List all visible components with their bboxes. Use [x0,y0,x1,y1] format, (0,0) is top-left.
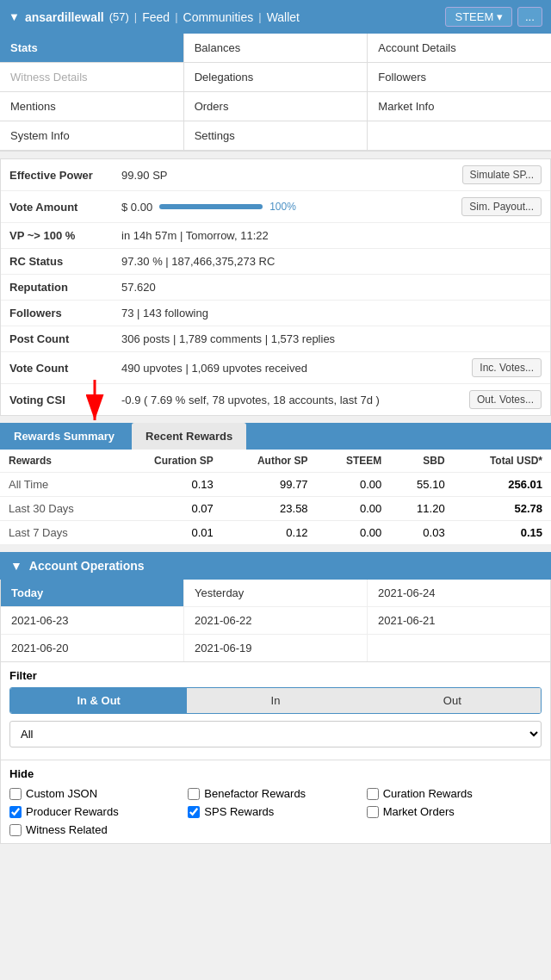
nav-system-info[interactable]: System Info [0,121,184,150]
sim-payout-button[interactable]: Sim. Payout... [461,197,542,216]
label-vote-amount: Vote Amount [9,201,121,214]
simulate-sp-button[interactable]: Simulate SP... [462,165,542,184]
sep2: | [175,10,177,23]
nav-orders[interactable]: Orders [184,92,368,121]
filter-select[interactable]: All Transfers Rewards Staking Other [9,721,542,747]
top-nav: ▼ ansardillewall (57) | Feed | Communiti… [0,0,551,34]
col-steem: STEEM [317,450,391,473]
hide-label-witness-related: Witness Related [26,823,108,836]
ops-date-2021-06-22[interactable]: 2021-06-22 [184,607,368,634]
ops-date-2021-06-20[interactable]: 2021-06-20 [1,635,184,661]
vote-bar-wrap: $ 0.00 100% [121,201,461,214]
action-inc-votes[interactable]: Inc. Votes... [472,358,542,377]
dropdown-icon[interactable]: ▼ [9,10,20,23]
hide-label: Hide [9,767,542,780]
action-out-votes[interactable]: Out. Votes... [469,390,542,409]
ops-date-2021-06-21[interactable]: 2021-06-21 [368,607,550,634]
hide-label-benefactor-rewards: Benefactor Rewards [204,787,306,800]
hide-checkbox-sps-rewards[interactable] [188,806,200,818]
rewards-sbd-alltime: 55.10 [390,473,453,497]
hide-label-producer-rewards: Producer Rewards [26,805,119,818]
out-votes-button[interactable]: Out. Votes... [469,390,542,409]
hide-checkbox-market-orders[interactable] [367,806,379,818]
filter-buttons: In & Out In Out [9,687,542,714]
nav-balances[interactable]: Balances [184,34,368,62]
label-post-count: Post Count [9,332,121,345]
nav-market-info[interactable]: Market Info [368,92,551,121]
ops-date-yesterday[interactable]: Yesterday [184,580,368,606]
more-options-button[interactable]: ... [517,7,542,27]
value-post-count: 306 posts | 1,789 comments | 1,573 repli… [121,332,542,345]
nav-followers[interactable]: Followers [368,63,551,91]
vote-pct: 100% [269,201,296,213]
hide-checkbox-curation-rewards[interactable] [367,788,379,800]
rewards-row-7days: Last 7 Days 0.01 0.12 0.00 0.03 0.15 [0,521,551,545]
nav-mentions[interactable]: Mentions [0,92,184,121]
hide-checkbox-custom-json[interactable] [9,788,22,800]
nav-link-wallet[interactable]: Wallet [267,10,300,24]
hide-item-custom-json[interactable]: Custom JSON [9,787,184,800]
hide-checkbox-benefactor-rewards[interactable] [188,788,200,800]
rewards-table: Rewards Curation SP Author SP STEEM SBD … [0,450,551,545]
value-followers: 73 | 143 following [121,307,542,319]
filter-in-button[interactable]: In [187,688,363,713]
col-total-usd: Total USD* [454,450,551,473]
stats-row-vote-count: Vote Count 490 upvotes | 1,069 upvotes r… [1,352,550,384]
tab-rewards-summary[interactable]: Rewards Summary [0,423,128,450]
value-rc: 97.30 % | 187,466,375,273 RC [121,255,542,268]
hide-checkbox-witness-related[interactable] [9,824,22,836]
hide-checkbox-producer-rewards[interactable] [9,806,22,818]
hide-item-witness-related[interactable]: Witness Related [9,823,184,836]
rewards-usd-30days: 52.78 [454,497,551,521]
nav-link-communities[interactable]: Communities [183,10,254,24]
rewards-label-7days: Last 7 Days [0,521,115,545]
ops-date-2021-06-19[interactable]: 2021-06-19 [184,635,368,661]
nav-witness-details: Witness Details [0,63,184,91]
nav-stats[interactable]: Stats [0,34,184,62]
nav-right: STEEM ▾ ... [445,7,542,27]
label-rc: RC Status [9,255,121,268]
label-vp: VP ~> 100 % [9,229,121,242]
rewards-usd-7days: 0.15 [454,521,551,545]
filter-section: Filter In & Out In Out All Transfers Rew… [0,662,551,760]
value-voting-csi: -0.9 ( 7.69 % self, 78 upvotes, 18 accou… [121,394,469,406]
ops-title: Account Operations [29,559,145,573]
nav-delegations[interactable]: Delegations [184,63,368,91]
vote-dollar: $ 0.00 [121,201,152,214]
hide-item-sps-rewards[interactable]: SPS Rewards [188,805,362,818]
filter-out-button[interactable]: Out [364,688,541,713]
hide-item-producer-rewards[interactable]: Producer Rewards [9,805,184,818]
rewards-row-30days: Last 30 Days 0.07 23.58 0.00 11.20 52.78 [0,497,551,521]
ops-date-2021-06-24[interactable]: 2021-06-24 [368,580,550,606]
rewards-author-alltime: 99.77 [222,473,317,497]
vote-slider[interactable] [159,204,263,209]
filter-in-out-button[interactable]: In & Out [10,688,187,713]
nav-row-1: Stats Balances Account Details [0,34,551,63]
value-vote-amount: $ 0.00 100% [121,201,461,214]
steem-dropdown-button[interactable]: STEEM ▾ [445,7,511,27]
action-sim-payout[interactable]: Sim. Payout... [461,197,542,216]
hide-item-market-orders[interactable]: Market Orders [367,805,542,818]
col-curation-sp: Curation SP [115,450,222,473]
action-simulate-sp[interactable]: Simulate SP... [462,165,542,184]
filter-label: Filter [9,669,542,682]
ops-date-today[interactable]: Today [1,580,184,606]
nav-settings[interactable]: Settings [184,121,368,150]
rewards-header: Rewards Summary Recent Rewards [0,423,551,450]
ops-date-row-2: 2021-06-23 2021-06-22 2021-06-21 [1,607,550,635]
username[interactable]: ansardillewall [25,10,104,24]
sep1: | [134,10,137,23]
hide-item-curation-rewards[interactable]: Curation Rewards [367,787,542,800]
col-author-sp: Author SP [222,450,317,473]
tab-recent-rewards[interactable]: Recent Rewards [132,423,246,450]
label-reputation: Reputation [9,281,121,294]
nav-link-feed[interactable]: Feed [142,10,170,24]
hide-grid: Custom JSON Benefactor Rewards Curation … [9,787,542,836]
hide-label-curation-rewards: Curation Rewards [383,787,473,800]
stats-row-vp: VP ~> 100 % in 14h 57m | Tomorrow, 11:22 [1,223,550,249]
ops-date-row-1: Today Yesterday 2021-06-24 [1,580,550,607]
inc-votes-button[interactable]: Inc. Votes... [472,358,542,377]
ops-date-2021-06-23[interactable]: 2021-06-23 [1,607,184,634]
hide-item-benefactor-rewards[interactable]: Benefactor Rewards [188,787,362,800]
nav-account-details[interactable]: Account Details [368,34,551,62]
